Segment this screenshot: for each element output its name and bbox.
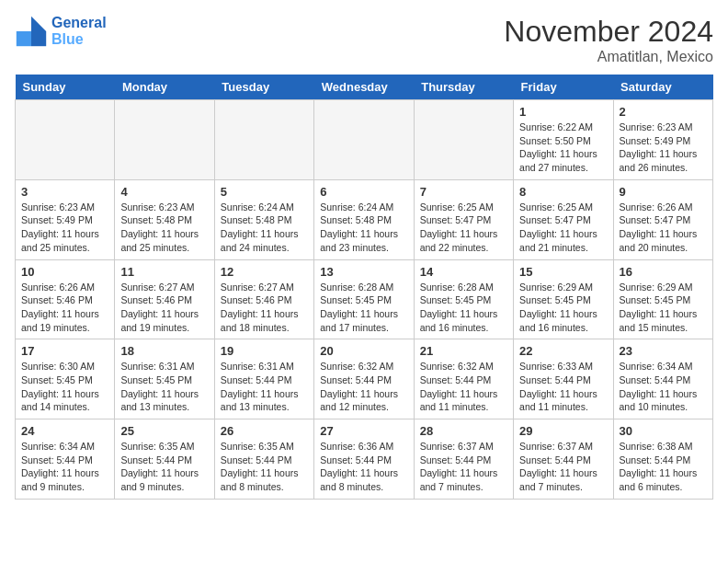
calendar-cell: 4Sunrise: 6:23 AM Sunset: 5:48 PM Daylig… — [115, 179, 214, 259]
weekday-header: Wednesday — [314, 75, 414, 100]
day-info: Sunrise: 6:24 AM Sunset: 5:48 PM Dayligh… — [221, 201, 308, 255]
day-info: Sunrise: 6:23 AM Sunset: 5:49 PM Dayligh… — [620, 121, 707, 175]
day-info: Sunrise: 6:37 AM Sunset: 5:44 PM Dayligh… — [420, 440, 507, 494]
day-number: 11 — [120, 265, 208, 279]
day-number: 18 — [120, 344, 208, 358]
calendar-cell — [414, 100, 513, 180]
day-number: 3 — [21, 185, 108, 199]
calendar-cell: 1Sunrise: 6:22 AM Sunset: 5:50 PM Daylig… — [514, 100, 613, 180]
day-info: Sunrise: 6:23 AM Sunset: 5:49 PM Dayligh… — [21, 201, 108, 255]
calendar-cell: 15Sunrise: 6:29 AM Sunset: 5:45 PM Dayli… — [514, 259, 613, 339]
day-number: 12 — [221, 265, 308, 279]
weekday-header: Tuesday — [214, 75, 313, 100]
day-info: Sunrise: 6:28 AM Sunset: 5:45 PM Dayligh… — [320, 281, 407, 335]
calendar-body: 1Sunrise: 6:22 AM Sunset: 5:50 PM Daylig… — [16, 100, 713, 500]
calendar-cell — [314, 100, 414, 180]
calendar-week-row: 1Sunrise: 6:22 AM Sunset: 5:50 PM Daylig… — [16, 100, 713, 180]
calendar-cell: 16Sunrise: 6:29 AM Sunset: 5:45 PM Dayli… — [613, 259, 712, 339]
logo-icon — [15, 15, 48, 48]
day-info: Sunrise: 6:35 AM Sunset: 5:44 PM Dayligh… — [120, 440, 208, 494]
day-number: 22 — [519, 344, 607, 358]
calendar-cell: 13Sunrise: 6:28 AM Sunset: 5:45 PM Dayli… — [314, 259, 414, 339]
calendar-cell — [115, 100, 214, 180]
month-title: November 2024 — [504, 15, 713, 49]
calendar-week-row: 17Sunrise: 6:30 AM Sunset: 5:45 PM Dayli… — [16, 339, 713, 419]
calendar-cell: 11Sunrise: 6:27 AM Sunset: 5:46 PM Dayli… — [115, 259, 214, 339]
weekday-header: Monday — [115, 75, 214, 100]
calendar-cell: 3Sunrise: 6:23 AM Sunset: 5:49 PM Daylig… — [16, 179, 115, 259]
day-info: Sunrise: 6:26 AM Sunset: 5:47 PM Dayligh… — [620, 201, 707, 255]
calendar-cell: 22Sunrise: 6:33 AM Sunset: 5:44 PM Dayli… — [514, 339, 613, 419]
day-number: 26 — [221, 424, 308, 438]
day-number: 28 — [420, 424, 507, 438]
day-info: Sunrise: 6:34 AM Sunset: 5:44 PM Dayligh… — [620, 360, 707, 414]
svg-marker-3 — [17, 31, 31, 46]
day-number: 20 — [320, 344, 407, 358]
day-info: Sunrise: 6:31 AM Sunset: 5:45 PM Dayligh… — [120, 360, 208, 414]
day-number: 6 — [320, 185, 407, 199]
day-number: 16 — [620, 265, 707, 279]
day-info: Sunrise: 6:31 AM Sunset: 5:44 PM Dayligh… — [221, 360, 308, 414]
day-info: Sunrise: 6:29 AM Sunset: 5:45 PM Dayligh… — [519, 281, 607, 335]
calendar-cell: 5Sunrise: 6:24 AM Sunset: 5:48 PM Daylig… — [214, 179, 313, 259]
day-info: Sunrise: 6:33 AM Sunset: 5:44 PM Dayligh… — [519, 360, 607, 414]
day-info: Sunrise: 6:35 AM Sunset: 5:44 PM Dayligh… — [221, 440, 308, 494]
calendar-cell: 9Sunrise: 6:26 AM Sunset: 5:47 PM Daylig… — [613, 179, 712, 259]
day-info: Sunrise: 6:23 AM Sunset: 5:48 PM Dayligh… — [120, 201, 208, 255]
title-area: November 2024 Amatitlan, Mexico — [504, 15, 713, 65]
day-info: Sunrise: 6:38 AM Sunset: 5:44 PM Dayligh… — [620, 440, 707, 494]
location: Amatitlan, Mexico — [504, 49, 713, 65]
calendar-cell: 14Sunrise: 6:28 AM Sunset: 5:45 PM Dayli… — [414, 259, 513, 339]
day-number: 7 — [420, 185, 507, 199]
calendar-cell: 25Sunrise: 6:35 AM Sunset: 5:44 PM Dayli… — [115, 419, 214, 500]
day-number: 30 — [620, 424, 707, 438]
calendar-cell: 6Sunrise: 6:24 AM Sunset: 5:48 PM Daylig… — [314, 179, 414, 259]
day-info: Sunrise: 6:30 AM Sunset: 5:45 PM Dayligh… — [21, 360, 108, 414]
calendar-cell: 20Sunrise: 6:32 AM Sunset: 5:44 PM Dayli… — [314, 339, 414, 419]
calendar-cell: 7Sunrise: 6:25 AM Sunset: 5:47 PM Daylig… — [414, 179, 513, 259]
calendar-cell: 27Sunrise: 6:36 AM Sunset: 5:44 PM Dayli… — [314, 419, 414, 500]
day-info: Sunrise: 6:27 AM Sunset: 5:46 PM Dayligh… — [221, 281, 308, 335]
day-number: 25 — [120, 424, 208, 438]
calendar-cell: 28Sunrise: 6:37 AM Sunset: 5:44 PM Dayli… — [414, 419, 513, 500]
day-number: 27 — [320, 424, 407, 438]
day-number: 21 — [420, 344, 507, 358]
day-number: 15 — [519, 265, 607, 279]
calendar-header: SundayMondayTuesdayWednesdayThursdayFrid… — [16, 75, 713, 100]
calendar-cell: 21Sunrise: 6:32 AM Sunset: 5:44 PM Dayli… — [414, 339, 513, 419]
day-info: Sunrise: 6:36 AM Sunset: 5:44 PM Dayligh… — [320, 440, 407, 494]
day-number: 10 — [21, 265, 108, 279]
day-info: Sunrise: 6:22 AM Sunset: 5:50 PM Dayligh… — [519, 121, 607, 175]
day-info: Sunrise: 6:25 AM Sunset: 5:47 PM Dayligh… — [519, 201, 607, 255]
day-info: Sunrise: 6:25 AM Sunset: 5:47 PM Dayligh… — [420, 201, 507, 255]
day-info: Sunrise: 6:26 AM Sunset: 5:46 PM Dayligh… — [21, 281, 108, 335]
day-number: 9 — [620, 185, 707, 199]
calendar-cell: 10Sunrise: 6:26 AM Sunset: 5:46 PM Dayli… — [16, 259, 115, 339]
calendar-week-row: 10Sunrise: 6:26 AM Sunset: 5:46 PM Dayli… — [16, 259, 713, 339]
calendar-cell: 23Sunrise: 6:34 AM Sunset: 5:44 PM Dayli… — [613, 339, 712, 419]
day-info: Sunrise: 6:34 AM Sunset: 5:44 PM Dayligh… — [21, 440, 108, 494]
day-info: Sunrise: 6:28 AM Sunset: 5:45 PM Dayligh… — [420, 281, 507, 335]
page-header: General Blue November 2024 Amatitlan, Me… — [15, 15, 713, 65]
day-number: 17 — [21, 344, 108, 358]
weekday-header: Friday — [514, 75, 613, 100]
calendar-cell: 12Sunrise: 6:27 AM Sunset: 5:46 PM Dayli… — [214, 259, 313, 339]
day-number: 2 — [620, 105, 707, 119]
day-number: 4 — [120, 185, 208, 199]
calendar-cell: 2Sunrise: 6:23 AM Sunset: 5:49 PM Daylig… — [613, 100, 712, 180]
day-info: Sunrise: 6:37 AM Sunset: 5:44 PM Dayligh… — [519, 440, 607, 494]
day-number: 1 — [519, 105, 607, 119]
calendar-cell: 24Sunrise: 6:34 AM Sunset: 5:44 PM Dayli… — [16, 419, 115, 500]
calendar-cell: 17Sunrise: 6:30 AM Sunset: 5:45 PM Dayli… — [16, 339, 115, 419]
logo: General Blue — [15, 15, 107, 48]
calendar-week-row: 24Sunrise: 6:34 AM Sunset: 5:44 PM Dayli… — [16, 419, 713, 500]
day-number: 29 — [519, 424, 607, 438]
day-number: 23 — [620, 344, 707, 358]
day-number: 19 — [221, 344, 308, 358]
svg-marker-2 — [31, 31, 46, 46]
weekday-header: Thursday — [414, 75, 513, 100]
day-info: Sunrise: 6:27 AM Sunset: 5:46 PM Dayligh… — [120, 281, 208, 335]
day-number: 8 — [519, 185, 607, 199]
calendar-cell: 18Sunrise: 6:31 AM Sunset: 5:45 PM Dayli… — [115, 339, 214, 419]
calendar-cell: 26Sunrise: 6:35 AM Sunset: 5:44 PM Dayli… — [214, 419, 313, 500]
